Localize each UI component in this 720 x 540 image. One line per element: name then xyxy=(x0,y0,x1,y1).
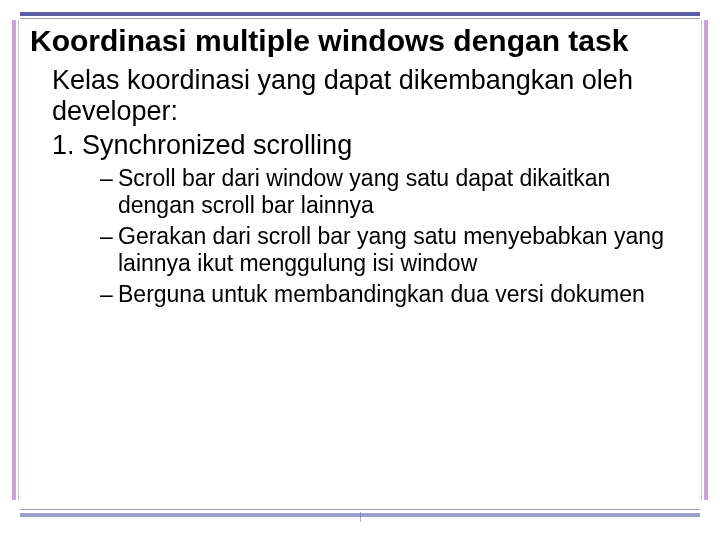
slide: Koordinasi multiple windows dengan task … xyxy=(0,0,720,540)
top-border xyxy=(20,12,700,16)
left-border xyxy=(12,20,16,500)
sub-bullet-list: Scroll bar dari window yang satu dapat d… xyxy=(100,165,680,309)
bottom-tick xyxy=(360,512,361,522)
right-border xyxy=(704,20,708,500)
slide-title: Koordinasi multiple windows dengan task xyxy=(30,24,680,59)
sub-bullet: Berguna untuk membandingkan dua versi do… xyxy=(100,281,680,308)
numbered-item-1: 1. Synchronized scrolling xyxy=(52,129,680,161)
sub-bullet: Gerakan dari scroll bar yang satu menyeb… xyxy=(100,223,680,277)
sub-bullet: Scroll bar dari window yang satu dapat d… xyxy=(100,165,680,219)
intro-text: Kelas koordinasi yang dapat dikembangkan… xyxy=(52,65,680,127)
slide-content: Koordinasi multiple windows dengan task … xyxy=(30,24,680,313)
bottom-border xyxy=(20,509,700,510)
